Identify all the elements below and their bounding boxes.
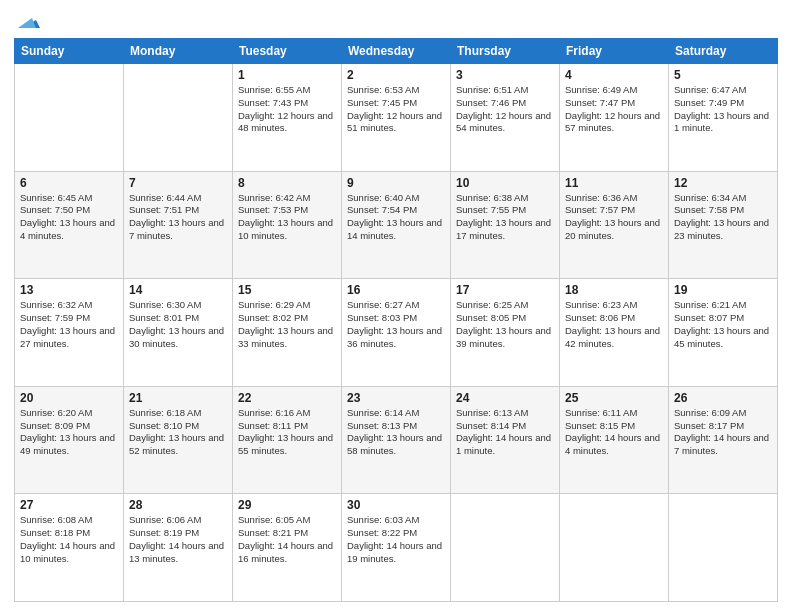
daylight-text: Daylight: 13 hours and 52 minutes. xyxy=(129,432,224,456)
calendar-cell: 13 Sunrise: 6:32 AM Sunset: 7:59 PM Dayl… xyxy=(15,279,124,387)
calendar-cell: 16 Sunrise: 6:27 AM Sunset: 8:03 PM Dayl… xyxy=(342,279,451,387)
day-number: 23 xyxy=(347,391,445,405)
calendar-cell: 27 Sunrise: 6:08 AM Sunset: 8:18 PM Dayl… xyxy=(15,494,124,602)
day-number: 6 xyxy=(20,176,118,190)
daylight-text: Daylight: 14 hours and 19 minutes. xyxy=(347,540,442,564)
sunrise-text: Sunrise: 6:51 AM xyxy=(456,84,528,95)
cell-info: Sunrise: 6:06 AM Sunset: 8:19 PM Dayligh… xyxy=(129,514,227,565)
daylight-text: Daylight: 13 hours and 27 minutes. xyxy=(20,325,115,349)
cell-info: Sunrise: 6:36 AM Sunset: 7:57 PM Dayligh… xyxy=(565,192,663,243)
sunset-text: Sunset: 7:58 PM xyxy=(674,204,744,215)
calendar-cell: 5 Sunrise: 6:47 AM Sunset: 7:49 PM Dayli… xyxy=(669,64,778,172)
calendar-cell: 28 Sunrise: 6:06 AM Sunset: 8:19 PM Dayl… xyxy=(124,494,233,602)
calendar-cell: 7 Sunrise: 6:44 AM Sunset: 7:51 PM Dayli… xyxy=(124,171,233,279)
cell-info: Sunrise: 6:05 AM Sunset: 8:21 PM Dayligh… xyxy=(238,514,336,565)
weekday-header-saturday: Saturday xyxy=(669,39,778,64)
sunset-text: Sunset: 7:46 PM xyxy=(456,97,526,108)
day-number: 7 xyxy=(129,176,227,190)
day-number: 3 xyxy=(456,68,554,82)
cell-info: Sunrise: 6:03 AM Sunset: 8:22 PM Dayligh… xyxy=(347,514,445,565)
cell-info: Sunrise: 6:44 AM Sunset: 7:51 PM Dayligh… xyxy=(129,192,227,243)
day-number: 14 xyxy=(129,283,227,297)
weekday-header-tuesday: Tuesday xyxy=(233,39,342,64)
cell-info: Sunrise: 6:20 AM Sunset: 8:09 PM Dayligh… xyxy=(20,407,118,458)
sunset-text: Sunset: 7:43 PM xyxy=(238,97,308,108)
sunrise-text: Sunrise: 6:55 AM xyxy=(238,84,310,95)
day-number: 17 xyxy=(456,283,554,297)
sunrise-text: Sunrise: 6:32 AM xyxy=(20,299,92,310)
sunset-text: Sunset: 7:45 PM xyxy=(347,97,417,108)
calendar-cell: 6 Sunrise: 6:45 AM Sunset: 7:50 PM Dayli… xyxy=(15,171,124,279)
week-row-2: 6 Sunrise: 6:45 AM Sunset: 7:50 PM Dayli… xyxy=(15,171,778,279)
sunset-text: Sunset: 8:07 PM xyxy=(674,312,744,323)
week-row-3: 13 Sunrise: 6:32 AM Sunset: 7:59 PM Dayl… xyxy=(15,279,778,387)
page: SundayMondayTuesdayWednesdayThursdayFrid… xyxy=(0,0,792,612)
sunset-text: Sunset: 8:06 PM xyxy=(565,312,635,323)
daylight-text: Daylight: 13 hours and 30 minutes. xyxy=(129,325,224,349)
sunrise-text: Sunrise: 6:29 AM xyxy=(238,299,310,310)
sunset-text: Sunset: 8:09 PM xyxy=(20,420,90,431)
sunrise-text: Sunrise: 6:47 AM xyxy=(674,84,746,95)
weekday-header-sunday: Sunday xyxy=(15,39,124,64)
sunset-text: Sunset: 8:14 PM xyxy=(456,420,526,431)
calendar-cell: 12 Sunrise: 6:34 AM Sunset: 7:58 PM Dayl… xyxy=(669,171,778,279)
day-number: 4 xyxy=(565,68,663,82)
daylight-text: Daylight: 13 hours and 1 minute. xyxy=(674,110,769,134)
sunset-text: Sunset: 7:54 PM xyxy=(347,204,417,215)
sunset-text: Sunset: 8:18 PM xyxy=(20,527,90,538)
calendar-cell xyxy=(560,494,669,602)
daylight-text: Daylight: 14 hours and 7 minutes. xyxy=(674,432,769,456)
day-number: 26 xyxy=(674,391,772,405)
cell-info: Sunrise: 6:51 AM Sunset: 7:46 PM Dayligh… xyxy=(456,84,554,135)
cell-info: Sunrise: 6:27 AM Sunset: 8:03 PM Dayligh… xyxy=(347,299,445,350)
day-number: 16 xyxy=(347,283,445,297)
sunset-text: Sunset: 8:02 PM xyxy=(238,312,308,323)
calendar-cell: 21 Sunrise: 6:18 AM Sunset: 8:10 PM Dayl… xyxy=(124,386,233,494)
header xyxy=(14,10,778,32)
sunrise-text: Sunrise: 6:03 AM xyxy=(347,514,419,525)
calendar-cell: 11 Sunrise: 6:36 AM Sunset: 7:57 PM Dayl… xyxy=(560,171,669,279)
sunrise-text: Sunrise: 6:42 AM xyxy=(238,192,310,203)
sunrise-text: Sunrise: 6:23 AM xyxy=(565,299,637,310)
logo xyxy=(14,10,40,32)
daylight-text: Daylight: 13 hours and 42 minutes. xyxy=(565,325,660,349)
cell-info: Sunrise: 6:30 AM Sunset: 8:01 PM Dayligh… xyxy=(129,299,227,350)
calendar-cell: 4 Sunrise: 6:49 AM Sunset: 7:47 PM Dayli… xyxy=(560,64,669,172)
week-row-5: 27 Sunrise: 6:08 AM Sunset: 8:18 PM Dayl… xyxy=(15,494,778,602)
cell-info: Sunrise: 6:53 AM Sunset: 7:45 PM Dayligh… xyxy=(347,84,445,135)
sunrise-text: Sunrise: 6:06 AM xyxy=(129,514,201,525)
sunset-text: Sunset: 8:11 PM xyxy=(238,420,308,431)
calendar-cell: 18 Sunrise: 6:23 AM Sunset: 8:06 PM Dayl… xyxy=(560,279,669,387)
daylight-text: Daylight: 13 hours and 39 minutes. xyxy=(456,325,551,349)
cell-info: Sunrise: 6:32 AM Sunset: 7:59 PM Dayligh… xyxy=(20,299,118,350)
day-number: 27 xyxy=(20,498,118,512)
sunset-text: Sunset: 7:47 PM xyxy=(565,97,635,108)
calendar-cell: 2 Sunrise: 6:53 AM Sunset: 7:45 PM Dayli… xyxy=(342,64,451,172)
sunset-text: Sunset: 7:50 PM xyxy=(20,204,90,215)
sunset-text: Sunset: 8:10 PM xyxy=(129,420,199,431)
cell-info: Sunrise: 6:29 AM Sunset: 8:02 PM Dayligh… xyxy=(238,299,336,350)
cell-info: Sunrise: 6:25 AM Sunset: 8:05 PM Dayligh… xyxy=(456,299,554,350)
cell-info: Sunrise: 6:13 AM Sunset: 8:14 PM Dayligh… xyxy=(456,407,554,458)
daylight-text: Daylight: 13 hours and 20 minutes. xyxy=(565,217,660,241)
daylight-text: Daylight: 13 hours and 55 minutes. xyxy=(238,432,333,456)
sunrise-text: Sunrise: 6:18 AM xyxy=(129,407,201,418)
day-number: 24 xyxy=(456,391,554,405)
weekday-header-row: SundayMondayTuesdayWednesdayThursdayFrid… xyxy=(15,39,778,64)
sunrise-text: Sunrise: 6:34 AM xyxy=(674,192,746,203)
sunrise-text: Sunrise: 6:27 AM xyxy=(347,299,419,310)
day-number: 25 xyxy=(565,391,663,405)
sunset-text: Sunset: 7:53 PM xyxy=(238,204,308,215)
day-number: 20 xyxy=(20,391,118,405)
sunrise-text: Sunrise: 6:21 AM xyxy=(674,299,746,310)
day-number: 22 xyxy=(238,391,336,405)
svg-marker-1 xyxy=(18,18,36,28)
daylight-text: Daylight: 12 hours and 48 minutes. xyxy=(238,110,333,134)
weekday-header-friday: Friday xyxy=(560,39,669,64)
calendar-cell: 15 Sunrise: 6:29 AM Sunset: 8:02 PM Dayl… xyxy=(233,279,342,387)
daylight-text: Daylight: 13 hours and 14 minutes. xyxy=(347,217,442,241)
day-number: 2 xyxy=(347,68,445,82)
week-row-1: 1 Sunrise: 6:55 AM Sunset: 7:43 PM Dayli… xyxy=(15,64,778,172)
cell-info: Sunrise: 6:49 AM Sunset: 7:47 PM Dayligh… xyxy=(565,84,663,135)
day-number: 13 xyxy=(20,283,118,297)
